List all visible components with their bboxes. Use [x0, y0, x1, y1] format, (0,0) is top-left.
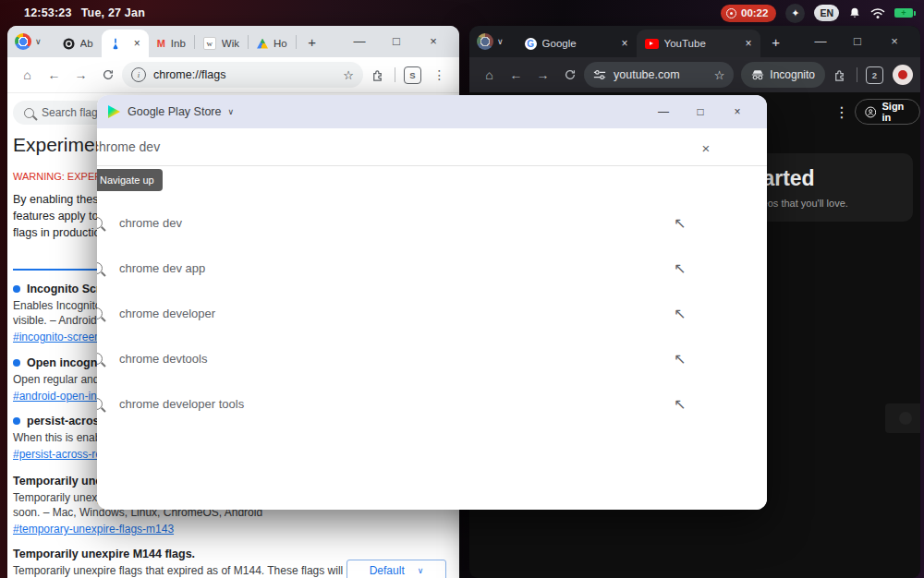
- notification-bell-icon[interactable]: [848, 6, 861, 19]
- browser-menu-button[interactable]: ⋮: [427, 63, 452, 88]
- wikipedia-icon: w: [203, 37, 216, 50]
- site-settings-icon[interactable]: [593, 69, 606, 80]
- battery-charging-glyph: +: [901, 9, 906, 18]
- new-tab-button[interactable]: +: [300, 30, 324, 54]
- minimize-button[interactable]: —: [645, 98, 682, 126]
- tab-wikipedia[interactable]: w Wik: [195, 30, 248, 57]
- suggestion-label: chrome devtools: [119, 352, 207, 366]
- insert-suggestion-icon[interactable]: ↖: [670, 214, 690, 232]
- avatar-dot: [898, 70, 907, 79]
- browser-menu[interactable]: ∨: [15, 26, 42, 57]
- extension-s-badge[interactable]: S: [400, 63, 425, 88]
- minimize-button[interactable]: —: [802, 28, 839, 55]
- bookmark-star-icon[interactable]: ☆: [714, 68, 725, 82]
- enabled-dot-icon: [13, 285, 20, 293]
- tab-flags-active[interactable]: ×: [102, 30, 149, 57]
- tab-label: Ho: [274, 38, 287, 49]
- clear-search-button[interactable]: ×: [696, 138, 716, 158]
- extensions-icon[interactable]: [365, 63, 390, 88]
- sign-in-button[interactable]: Sign in: [855, 99, 920, 125]
- home-button[interactable]: ⌂: [15, 63, 40, 88]
- tab-close-icon[interactable]: ×: [746, 37, 752, 50]
- suggestion-row[interactable]: chrome dev ↖: [97, 200, 767, 246]
- bookmark-star-icon[interactable]: ☆: [343, 68, 354, 82]
- suggestion-row[interactable]: chrome developer ↖: [97, 291, 767, 336]
- sparkle-glyph: ✦: [791, 7, 799, 19]
- chevron-down-icon[interactable]: ∨: [227, 108, 234, 116]
- home-button[interactable]: ⌂: [477, 63, 502, 88]
- forward-button[interactable]: →: [530, 63, 555, 88]
- screen-recording-badge[interactable]: 00:22: [721, 5, 776, 22]
- play-store-window: Google Play Store ∨ — □ × chrome dev × N…: [97, 95, 767, 510]
- enabled-dot-icon: [13, 359, 20, 367]
- search-flags-placeholder: Search flags: [42, 106, 103, 119]
- wifi-icon[interactable]: [870, 7, 885, 19]
- back-button[interactable]: ←: [42, 63, 67, 88]
- address-bar[interactable]: i chrome://flags ☆: [122, 62, 363, 88]
- chrome-logo-icon: [477, 33, 493, 50]
- search-icon: [97, 262, 103, 274]
- battery-icon[interactable]: +: [894, 8, 913, 18]
- flag-name: Temporarily unexpire M144 flags.: [13, 548, 195, 560]
- url-text: youtube.com: [614, 68, 680, 81]
- suggestion-row[interactable]: chrome dev app ↖: [97, 246, 767, 291]
- tab-youtube-active[interactable]: YouTube ×: [637, 30, 760, 57]
- suggestion-row[interactable]: chrome devtools ↖: [97, 336, 767, 381]
- tab-count-label: 2: [866, 66, 883, 84]
- search-icon: [97, 353, 103, 365]
- page-menu-button[interactable]: ⋮: [833, 103, 850, 121]
- page-info-icon[interactable]: i: [131, 67, 146, 82]
- system-clock[interactable]: 12:53:23 Tue, 27 Jan: [24, 6, 145, 19]
- maximize-button[interactable]: □: [682, 98, 719, 126]
- suggestion-row[interactable]: chrome developer tools ↖: [97, 381, 767, 427]
- close-button[interactable]: ×: [719, 98, 756, 126]
- search-icon: [97, 398, 103, 410]
- video-thumbnail-placeholder: [885, 403, 920, 433]
- maximize-button[interactable]: □: [378, 28, 415, 55]
- insert-suggestion-icon[interactable]: ↖: [670, 305, 690, 322]
- insert-suggestion-icon[interactable]: ↖: [670, 350, 690, 367]
- suggestion-label: chrome dev: [119, 216, 182, 230]
- tab-count-badge[interactable]: 2: [862, 63, 887, 88]
- play-store-header[interactable]: Google Play Store ∨ — □ ×: [97, 95, 767, 128]
- close-button[interactable]: ×: [415, 28, 452, 55]
- tab-close-icon[interactable]: ×: [134, 37, 140, 50]
- play-store-icon: [108, 105, 120, 118]
- tab-about[interactable]: Ab: [55, 30, 102, 57]
- extensions-icon[interactable]: [827, 63, 852, 88]
- maximize-button[interactable]: □: [839, 28, 876, 55]
- window-title: Google Play Store: [128, 105, 221, 118]
- flag-link[interactable]: #temporary-unexpire-flags-m143: [13, 523, 174, 536]
- assistant-sparkle-icon[interactable]: ✦: [785, 4, 805, 23]
- forward-button[interactable]: →: [68, 63, 93, 88]
- tab-google[interactable]: G Google ×: [517, 30, 637, 57]
- flag-value-dropdown[interactable]: Default ∨: [346, 560, 446, 578]
- youtube-icon: [645, 39, 659, 49]
- tab-close-icon[interactable]: ×: [622, 37, 628, 50]
- play-search-panel: chrome dev × Navigate up chrome dev ↖ ch…: [97, 128, 767, 510]
- new-tab-button[interactable]: +: [764, 30, 788, 54]
- browser-menu[interactable]: ∨: [477, 26, 504, 57]
- tab-drive[interactable]: Ho: [249, 30, 296, 57]
- minimize-button[interactable]: —: [341, 28, 378, 55]
- chevron-down-icon: ∨: [418, 566, 424, 575]
- tab-separator: [248, 35, 249, 49]
- tab-strip: ∨ G Google × YouTube × + — □ ×: [469, 26, 920, 57]
- search-query-input[interactable]: chrome dev: [97, 139, 160, 154]
- close-button[interactable]: ×: [876, 28, 913, 55]
- person-icon: [865, 105, 876, 119]
- tab-inbox[interactable]: M Inb: [149, 30, 194, 57]
- address-bar[interactable]: youtube.com ☆: [584, 62, 734, 88]
- incognito-icon: [751, 69, 764, 80]
- recording-time: 00:22: [741, 7, 768, 18]
- language-badge[interactable]: EN: [814, 5, 839, 21]
- back-button[interactable]: ←: [504, 63, 529, 88]
- record-icon: [726, 8, 736, 18]
- reload-button[interactable]: [557, 63, 582, 88]
- profile-avatar[interactable]: [893, 65, 913, 85]
- insert-suggestion-icon[interactable]: ↖: [670, 259, 690, 277]
- search-icon: [97, 217, 103, 229]
- reload-button[interactable]: [95, 63, 120, 88]
- insert-suggestion-icon[interactable]: ↖: [670, 395, 690, 413]
- suggestion-label: chrome developer: [119, 307, 215, 320]
